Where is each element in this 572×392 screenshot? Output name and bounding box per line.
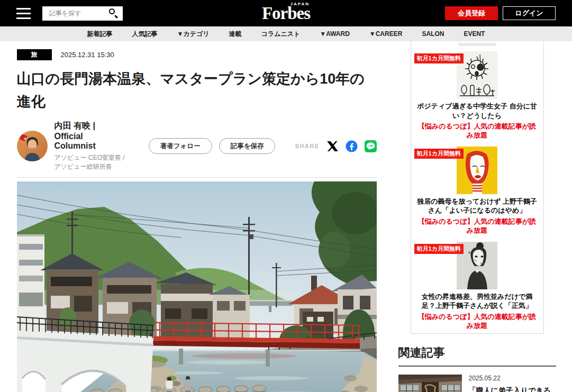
author-name[interactable]: 内田 有映 | Official Columnist	[55, 121, 125, 151]
free-trial-badge: 初月1カ月間無料	[414, 149, 464, 159]
menu-icon[interactable]	[16, 8, 31, 19]
nav-item-category[interactable]: ▼カテゴリ	[177, 30, 210, 39]
category-badge[interactable]: 旅	[17, 49, 52, 60]
ad-subtitle: 【悩みのるつぼ】人気の連載記事が読み放題	[416, 122, 538, 140]
main-nav: 新着記事 人気記事 ▼カテゴリ 連載 コラムニスト ▼AWARD ▼CAREER…	[0, 26, 572, 41]
ad-item[interactable]: 初月1カ月間無料	[411, 47, 543, 142]
ad-item[interactable]: 初月1カ月間無料 独居の義母を放っておけず 上野千鶴子さん「よい子になるのはやめ…	[411, 142, 543, 237]
x-share-icon[interactable]	[326, 140, 339, 152]
related-article-item[interactable]: 2025.05.22 「職人に弟子入りできる宿」も。富山県・井波の経済循環を生む…	[398, 375, 556, 392]
free-trial-badge: 初月1カ月間無料	[414, 244, 464, 254]
author-role: アソビュー CEO室室長 / アソビュー総研所長	[55, 153, 125, 171]
ad-title: 独居の義母を放っておけず 上野千鶴子さん「よい子になるのはやめ」	[416, 197, 538, 215]
facebook-share-icon[interactable]	[346, 140, 358, 152]
login-button[interactable]: ログイン	[503, 6, 556, 20]
ad-title: 女性の昇進格差、男性並みだけで満足？上野千鶴子さんが説く「正気」	[416, 292, 538, 311]
nav-item-columnist[interactable]: コラムニスト	[261, 30, 301, 39]
search-icon[interactable]	[108, 8, 119, 19]
related-thumbnail-wood-carving	[398, 375, 462, 392]
nav-item-new[interactable]: 新着記事	[87, 30, 113, 39]
nav-item-career[interactable]: ▼CAREER	[369, 30, 403, 38]
ad-subtitle: 【悩みのるつぼ】人気の連載記事が読み放題	[416, 217, 538, 235]
ad-title: ポジティブ過ぎる中学生女子 自分に甘い？どうしたら	[416, 102, 538, 120]
search-input[interactable]	[48, 9, 108, 17]
ad-item[interactable]: 初月1カ月間無料 女性の昇進格差、男性並みだけで満足？上野千鶴子さんが説く「正気…	[411, 237, 543, 332]
sidebar: 初月1カ月間無料	[398, 41, 556, 392]
related-article-title: 「職人に弟子入りできる宿」も。富山県・井波の経済循環を生む仕組み	[469, 385, 556, 392]
search-box	[42, 6, 123, 21]
free-trial-badge: 初月1カ月間無料	[414, 53, 464, 63]
nav-item-popular[interactable]: 人気記事	[132, 30, 158, 39]
top-header: Forbes JAPAN 会員登録 ログイン	[0, 0, 572, 26]
logo-japan-text: JAPAN	[290, 2, 310, 6]
cutoff-ad-text	[458, 43, 496, 46]
nav-item-salon[interactable]: SALON	[422, 30, 444, 38]
ad-subtitle: 【悩みのるつぼ】人気の連載記事が読み放題	[416, 313, 538, 331]
nav-item-event[interactable]: EVENT	[464, 30, 485, 38]
signup-button[interactable]: 会員登録	[445, 6, 498, 20]
nav-item-award[interactable]: ▼AWARD	[320, 30, 350, 38]
logo-text: Forbes	[262, 4, 310, 23]
follow-author-button[interactable]: 著者フォロー	[149, 138, 212, 154]
article-hero-image	[17, 181, 377, 392]
share-label: SHARE	[295, 143, 319, 149]
related-articles-heading: 関連記事	[398, 345, 556, 367]
related-article-date: 2025.05.22	[469, 375, 556, 382]
article-date: 2025.12.31 15:30	[61, 51, 114, 59]
forbes-logo[interactable]: Forbes JAPAN	[262, 5, 310, 22]
save-article-button[interactable]: 記事を保存	[219, 138, 276, 154]
article-title: 山口の長門湯本温泉、マスタープラン策定から10年の進化	[17, 68, 377, 113]
nav-item-series[interactable]: 連載	[229, 30, 242, 39]
related-articles-section: 関連記事 2025.05	[398, 345, 556, 392]
author-avatar[interactable]	[17, 131, 48, 161]
subscription-ad-panel: 初月1カ月間無料	[411, 41, 544, 334]
svg-text:LINE: LINE	[368, 144, 373, 147]
article-column: 旅 2025.12.31 15:30 山口の長門湯本温泉、マスタープラン策定から…	[17, 41, 377, 392]
line-share-icon[interactable]: LINE	[365, 140, 377, 152]
